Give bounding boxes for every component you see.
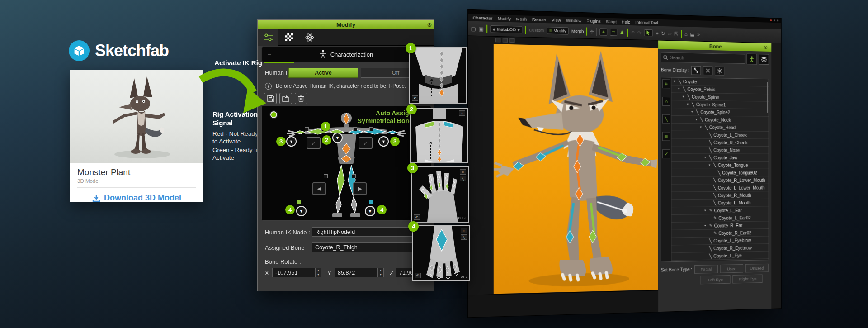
gutter-bone-icon[interactable]: ╲: [662, 114, 670, 124]
edit-bone-button[interactable]: ⌗: [610, 28, 617, 35]
menu-plugins[interactable]: Plugins: [586, 18, 600, 24]
rotate-x-spinner[interactable]: ▲ ▼: [316, 268, 321, 277]
marker-square-3[interactable]: [353, 127, 357, 131]
tab-physics[interactable]: [299, 29, 320, 46]
next-page-button[interactable]: ▶: [353, 182, 367, 195]
thumbnail-undo-icon[interactable]: ↶: [415, 273, 421, 278]
set-type-used-button[interactable]: Used: [720, 264, 743, 273]
thumbnail-left-foot[interactable]: 4 ⌗ ╲ ↶ Left: [412, 225, 470, 281]
delete-profile-button[interactable]: [295, 93, 307, 104]
file-open-icon[interactable]: ▣: [479, 26, 484, 32]
bone-mapping-area[interactable]: Auto Assign Symmetrical Bone: [261, 106, 431, 221]
window-dot-1[interactable]: [774, 19, 775, 21]
panel-options-icon[interactable]: ⊙: [764, 44, 771, 50]
close-icon[interactable]: ⊗: [425, 21, 434, 28]
download-3d-model-link[interactable]: Download 3D Model: [77, 193, 196, 203]
camera-icon[interactable]: [495, 38, 500, 42]
rotate-y-spinner[interactable]: ▲ ▼: [378, 268, 384, 277]
left-hand-checkbox[interactable]: ✓: [307, 137, 321, 149]
tree-scrollbar[interactable]: [767, 82, 768, 113]
bone-search-input[interactable]: [661, 52, 745, 64]
load-profile-button[interactable]: [279, 93, 292, 104]
tree-row-coyote_r_cheek[interactable]: ╲Coyote_R_Cheek: [671, 138, 768, 147]
right-arm-dropdown[interactable]: ▼: [378, 136, 389, 147]
morph-tab[interactable]: Morph: [571, 29, 584, 34]
thumbnail-mirror-icon[interactable]: ⌗: [459, 110, 465, 116]
marker-square-1[interactable]: [305, 127, 309, 131]
grid-toggle-icon[interactable]: [509, 38, 514, 42]
menu-window[interactable]: Window: [566, 18, 581, 23]
set-type-unused-button[interactable]: Unused: [745, 264, 769, 273]
file-new-icon[interactable]: ▢: [471, 25, 476, 31]
skeleton-icon[interactable]: ♟: [620, 29, 624, 35]
tree-row-coyote_l_mouth[interactable]: ╲Coyote_L_Mouth: [671, 199, 768, 207]
left-foot-dropdown[interactable]: ▼: [296, 206, 307, 216]
spin-up-icon[interactable]: ▲: [316, 268, 321, 273]
gutter-bones-icon[interactable]: ≋: [662, 132, 670, 141]
show-skeleton-button[interactable]: [747, 54, 757, 65]
thumbnail-mirror-icon[interactable]: ⌗: [461, 228, 467, 233]
move-tool-icon[interactable]: +: [656, 30, 658, 36]
thumbnail-neck-spine[interactable]: 1 ↶: [409, 47, 467, 104]
tree-row-coyote_tongue[interactable]: ▾╲Coyote_Tongue: [671, 162, 768, 169]
assigned-bone-field[interactable]: [312, 242, 427, 252]
spine-dropdown[interactable]: ▼: [332, 133, 343, 143]
marker-square-5[interactable]: [324, 174, 328, 178]
tab-texture[interactable]: [278, 29, 299, 46]
thumbnail-undo-icon[interactable]: ↶: [414, 214, 420, 220]
light-icon[interactable]: [503, 38, 508, 42]
custom-tab[interactable]: Custom: [529, 27, 544, 33]
thumbnail-upper-back[interactable]: 2 ⌗: [410, 108, 468, 163]
redo-icon[interactable]: ↷: [637, 30, 642, 35]
spin-down-icon[interactable]: ▼: [378, 273, 383, 277]
tree-row-coyote_l_eye[interactable]: ╲Coyote_L_Eye: [671, 252, 768, 261]
menu-modify[interactable]: Modify: [498, 16, 511, 21]
tree-row-coyote_l_cheek[interactable]: ╲Coyote_L_Cheek: [671, 131, 768, 139]
rotate-x-field[interactable]: [272, 268, 316, 277]
menu-script[interactable]: Script: [606, 19, 617, 24]
tree-row-coyote_l_lower_mouth[interactable]: ╲Coyote_L_Lower_Mouth: [671, 184, 768, 192]
menu-render[interactable]: Render: [532, 17, 547, 22]
thumbnail-hide-icon[interactable]: ╲: [461, 234, 467, 240]
right-foot-marker[interactable]: [369, 200, 373, 204]
tree-row-coyote_nose[interactable]: ╲Coyote_Nose: [671, 146, 768, 154]
expand-icon[interactable]: ▾: [704, 156, 708, 159]
expand-icon[interactable]: ▾: [687, 103, 690, 106]
tab-adjust[interactable]: [258, 29, 278, 46]
rotate-tool-icon[interactable]: ↻: [661, 30, 665, 36]
left-foot-marker[interactable]: [297, 200, 301, 204]
bone-display-on-button[interactable]: [692, 66, 701, 75]
select-tool-button[interactable]: [644, 29, 653, 36]
layers-button[interactable]: [759, 54, 769, 65]
edit-pose-button[interactable]: ⌖: [600, 28, 607, 35]
character-icon[interactable]: ☥: [590, 29, 594, 34]
tree-row-coyote_tongue02[interactable]: ╲Coyote_Tongue02: [671, 169, 768, 177]
spin-up-icon[interactable]: ▲: [378, 268, 383, 273]
right-hand-checkbox[interactable]: ✓: [359, 137, 373, 149]
bone-display-settings-button[interactable]: [715, 67, 725, 76]
expand-icon[interactable]: ▾: [696, 118, 699, 121]
thumbnail-right-hand[interactable]: 3 ⌗ ╲ ↶ Right: [411, 166, 469, 223]
thumbnail-undo-icon[interactable]: ↶: [412, 95, 418, 101]
display-mode-icon[interactable]: ⬓: [690, 31, 694, 37]
expand-icon[interactable]: ▾: [678, 87, 681, 91]
home-icon[interactable]: ⌂: [684, 31, 687, 37]
left-arm-dropdown[interactable]: ▼: [286, 136, 297, 147]
rotate-y-field[interactable]: [335, 268, 378, 277]
tree-row-coyote_neck[interactable]: ▾╲Coyote_Neck: [671, 116, 768, 124]
tree-row-coyote_head[interactable]: ▾╲Coyote_Head: [671, 124, 768, 132]
viewport-3d[interactable]: [494, 44, 658, 294]
tree-row-coyote_jaw[interactable]: ▾╲Coyote_Jaw: [671, 154, 768, 162]
marker-square-6[interactable]: [352, 174, 356, 178]
modify-titlebar[interactable]: Modify ⊗: [258, 20, 434, 29]
thumbnail-mirror-icon[interactable]: ⌗: [460, 169, 466, 175]
more-tools-icon[interactable]: »: [697, 31, 700, 37]
gutter-spine-icon[interactable]: ⌗: [662, 79, 670, 88]
thumbnail-hide-icon[interactable]: ╲: [460, 176, 466, 181]
expand-icon[interactable]: ▾: [691, 110, 694, 114]
prev-page-button[interactable]: ◀: [312, 182, 326, 195]
modify-tab[interactable]: ≡ Modify: [547, 27, 569, 34]
expand-icon[interactable]: ▾: [700, 125, 703, 129]
gutter-pelvis-icon[interactable]: ⌂: [662, 97, 670, 106]
set-type-facial-button[interactable]: Facial: [694, 265, 718, 274]
